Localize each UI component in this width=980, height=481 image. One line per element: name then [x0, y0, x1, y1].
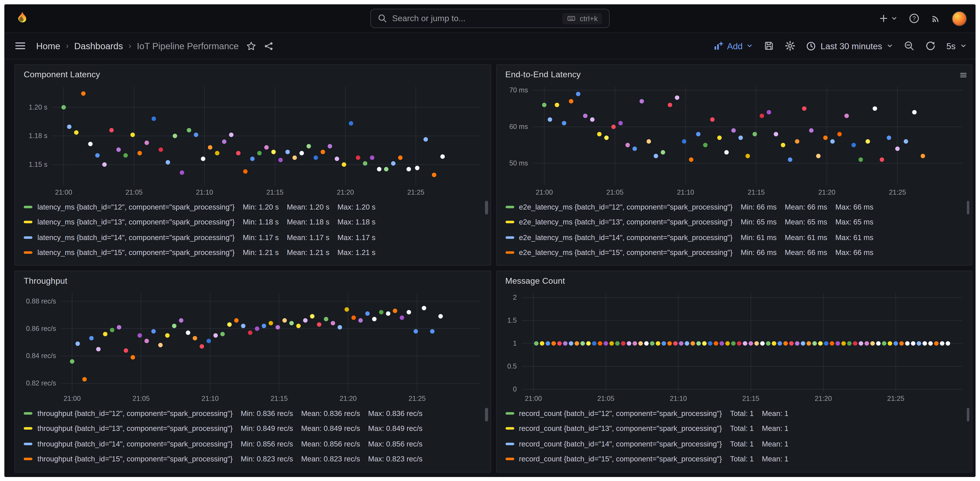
legend-item[interactable]: latency_ms {batch_id="15", component="sp… [24, 245, 479, 260]
series-stat-mean: Mean: 1 [762, 424, 788, 433]
series-color-marker [24, 443, 32, 445]
series-label[interactable]: record_count {batch_id="14", component="… [519, 440, 722, 448]
user-avatar[interactable] [952, 11, 967, 26]
series-stat-mean: Mean: 1.18 s [287, 218, 329, 226]
svg-text:21:00: 21:00 [64, 395, 81, 403]
svg-text:21:10: 21:10 [676, 188, 694, 196]
series-label[interactable]: throughput {batch_id="13", component="sp… [37, 424, 233, 433]
panel-title[interactable]: Message Count [505, 276, 565, 286]
panel-header: Component Latency [15, 65, 490, 80]
legend-item[interactable]: throughput {batch_id="13", component="sp… [24, 421, 479, 436]
help-button[interactable]: ? [909, 13, 920, 24]
series-stat-max: Max: 66 ms [835, 248, 873, 257]
add-panel-button[interactable]: Add [713, 41, 753, 51]
new-menu-button[interactable] [879, 14, 897, 23]
series-stat-mean: Mean: 66 ms [785, 202, 827, 211]
series-stat-max: Max: 61 ms [835, 233, 873, 242]
save-dashboard-button[interactable] [764, 41, 775, 51]
series-stat-total: Total: 1 [730, 455, 754, 463]
svg-text:1.15 s: 1.15 s [29, 161, 48, 168]
scatter-plot[interactable]: 21:0021:0521:1021:1521:2021:2500.511.52 [503, 287, 967, 405]
series-label[interactable]: record_count {batch_id="15", component="… [519, 455, 722, 463]
series-label[interactable]: record_count {batch_id="13", component="… [519, 424, 722, 433]
panel-title[interactable]: End-to-End Latency [505, 70, 581, 79]
grafana-logo[interactable] [13, 9, 32, 28]
svg-text:21:15: 21:15 [270, 395, 288, 403]
svg-text:21:10: 21:10 [202, 395, 219, 403]
panel-legend: record_count {batch_id="12", component="… [496, 405, 972, 471]
share-button[interactable] [264, 41, 274, 51]
series-stat-mean: Mean: 66 ms [785, 248, 827, 257]
panel-title[interactable]: Component Latency [24, 70, 100, 79]
series-label[interactable]: e2e_latency_ms {batch_id="15", component… [519, 248, 733, 257]
plus-icon [879, 14, 888, 23]
scatter-plot[interactable]: 21:0021:0521:1021:1521:2021:250.82 rec/s… [21, 287, 485, 405]
svg-text:1.5: 1.5 [507, 317, 517, 325]
legend-item[interactable]: latency_ms {batch_id="13", component="sp… [24, 215, 479, 230]
legend-item[interactable]: throughput {batch_id="15", component="sp… [24, 451, 479, 467]
series-color-marker [24, 236, 32, 239]
zoom-out-button[interactable] [904, 41, 915, 51]
svg-text:1.18 s: 1.18 s [29, 132, 48, 140]
chevron-down-icon [891, 15, 897, 22]
series-label[interactable]: throughput {batch_id="14", component="sp… [37, 440, 233, 448]
refresh-button[interactable] [925, 41, 936, 51]
series-stat-min: Min: 1.18 s [243, 218, 279, 226]
toolbar-actions: Add [713, 41, 967, 51]
series-stat-max: Max: 0.836 rec/s [368, 409, 423, 417]
svg-text:1.20 s: 1.20 s [29, 104, 48, 111]
series-label[interactable]: throughput {batch_id="12", component="sp… [37, 409, 233, 417]
legend-item[interactable]: e2e_latency_ms {batch_id="12", component… [505, 199, 961, 215]
series-stat-mean: Mean: 0.836 rec/s [301, 409, 360, 417]
mega-menu-toggle[interactable] [14, 40, 26, 52]
series-label[interactable]: latency_ms {batch_id="15", component="sp… [37, 248, 235, 257]
legend-item[interactable]: record_count {batch_id="15", component="… [505, 451, 961, 467]
legend-item[interactable]: e2e_latency_ms {batch_id="13", component… [505, 215, 961, 230]
series-label[interactable]: record_count {batch_id="12", component="… [519, 409, 722, 417]
legend-scrollbar[interactable] [485, 201, 488, 215]
legend-item[interactable]: throughput {batch_id="12", component="sp… [24, 406, 479, 421]
top-bar: Search or jump to... ctrl+k [5, 5, 975, 33]
series-label[interactable]: latency_ms {batch_id="13", component="sp… [37, 218, 235, 226]
legend-item[interactable]: record_count {batch_id="13", component="… [505, 421, 961, 436]
svg-text:21:15: 21:15 [266, 188, 283, 196]
svg-text:21:00: 21:00 [525, 395, 542, 403]
breadcrumb-home[interactable]: Home [36, 41, 60, 51]
refresh-interval-picker[interactable]: 5s [947, 41, 967, 51]
legend-item[interactable]: record_count {batch_id="14", component="… [505, 436, 961, 452]
legend-item[interactable]: record_count {batch_id="12", component="… [505, 406, 961, 421]
panel-title[interactable]: Throughput [24, 276, 67, 286]
series-color-marker [505, 443, 514, 445]
legend-item[interactable]: e2e_latency_ms {batch_id="15", component… [505, 245, 961, 260]
favorite-button[interactable] [246, 41, 256, 51]
series-label[interactable]: e2e_latency_ms {batch_id="13", component… [519, 218, 733, 226]
search-input[interactable]: Search or jump to... ctrl+k [370, 9, 609, 28]
series-color-marker [505, 236, 514, 239]
panel-message-count: Message Count 21:0021:0521:1021:1521:202… [496, 271, 972, 472]
chevron-down-icon [960, 42, 967, 49]
time-range-picker[interactable]: Last 30 minutes [806, 41, 893, 51]
series-label[interactable]: latency_ms {batch_id="12", component="sp… [37, 202, 235, 211]
svg-text:21:05: 21:05 [132, 395, 150, 403]
legend-item[interactable]: latency_ms {batch_id="14", component="sp… [24, 229, 479, 245]
breadcrumb-dashboards[interactable]: Dashboards [74, 41, 123, 51]
series-stat-min: Min: 65 ms [741, 218, 777, 226]
scatter-plot[interactable]: 21:0021:0521:1021:1521:2021:2550 ms60 ms… [503, 80, 967, 198]
svg-text:?: ? [913, 15, 916, 22]
legend-item[interactable]: latency_ms {batch_id="12", component="sp… [24, 199, 479, 215]
legend-scrollbar[interactable] [966, 408, 969, 421]
legend-scrollbar[interactable] [966, 201, 969, 215]
news-button[interactable] [931, 13, 940, 23]
legend-scrollbar[interactable] [485, 408, 488, 421]
series-label[interactable]: latency_ms {batch_id="14", component="sp… [37, 233, 235, 242]
legend-item[interactable]: e2e_latency_ms {batch_id="14", component… [505, 229, 961, 245]
series-label[interactable]: throughput {batch_id="15", component="sp… [37, 455, 233, 463]
svg-text:0.5: 0.5 [507, 363, 517, 370]
panel-menu-icon[interactable] [959, 70, 967, 81]
add-label: Add [727, 41, 743, 51]
legend-item[interactable]: throughput {batch_id="14", component="sp… [24, 436, 479, 452]
series-label[interactable]: e2e_latency_ms {batch_id="14", component… [519, 233, 733, 242]
scatter-plot[interactable]: 21:0021:0521:1021:1521:2021:251.15 s1.18… [21, 80, 485, 198]
series-label[interactable]: e2e_latency_ms {batch_id="12", component… [519, 202, 733, 211]
dashboard-settings-button[interactable] [785, 41, 795, 51]
